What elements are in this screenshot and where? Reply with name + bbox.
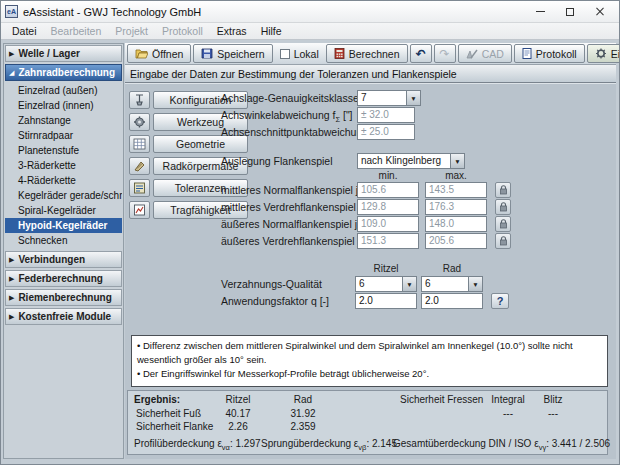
- sidebar-item-hypoid-kegelraeder[interactable]: Hypoid-Kegelräder: [5, 218, 122, 233]
- redo-button: ↷: [434, 44, 456, 63]
- auslegung-label: Auslegung Flankenspiel: [221, 155, 333, 167]
- lokal-label: Lokal: [294, 48, 319, 60]
- sidebar-group-zahnradberechnung[interactable]: ◢ Zahnradberechnung: [5, 64, 122, 81]
- collapsed-triangle-icon: ▶: [9, 313, 14, 321]
- sidebar-item-3-raederkette[interactable]: 3-Räderkette: [5, 158, 122, 173]
- sidebar-item-einzelrad-aussen[interactable]: Einzelrad (außen): [5, 83, 122, 98]
- menu-extras[interactable]: Extras: [210, 24, 254, 38]
- save-button[interactable]: Speichern: [193, 44, 272, 63]
- sprunguberdeckung-value: Sprungüberdeckung εvβ: 2.145: [261, 438, 397, 452]
- results-fressen-header: Sicherheit Fressen: [400, 394, 483, 405]
- sidebar-group-kostenfreie-module[interactable]: ▶ Kostenfreie Module: [5, 308, 122, 325]
- sidebar-group-riemenberechnung[interactable]: ▶ Riemenberechnung: [5, 289, 122, 306]
- konfiguration-icon[interactable]: [129, 91, 150, 109]
- content-panel: Eingabe der Daten zur Bestimmung der Tol…: [125, 65, 616, 459]
- undo-button[interactable]: ↶: [410, 44, 432, 63]
- radkoerpermasse-icon[interactable]: [129, 157, 150, 175]
- lock-icon: [499, 236, 508, 246]
- tragfaehigkeit-icon[interactable]: [129, 201, 150, 219]
- open-button[interactable]: Öffnen: [127, 44, 191, 63]
- sidebar-item-planetenstufe[interactable]: Planetenstufe: [5, 143, 122, 158]
- undo-icon: ↶: [416, 48, 426, 60]
- fuss-rad-value: 31.92: [273, 408, 333, 419]
- sidebar-item-stirnradpaar[interactable]: Stirnradpaar: [5, 128, 122, 143]
- toolbar: Öffnen Speichern Lokal Berechnen ↶: [125, 43, 616, 65]
- sidebar-group-verbindungen[interactable]: ▶ Verbindungen: [5, 251, 122, 268]
- menu-projekt: Projekt: [108, 24, 155, 38]
- sidebar-item-4-raederkette[interactable]: 4-Räderkette: [5, 173, 122, 188]
- jmn-min-field: 105.6: [357, 182, 419, 198]
- auslegung-value: nach Klingelnberg: [358, 154, 450, 168]
- results-ritzel-header: Ritzel: [208, 394, 268, 405]
- save-label: Speichern: [217, 48, 264, 60]
- anwendung-ritzel-field[interactable]: 2.0: [355, 293, 417, 309]
- protocol-document-icon: [522, 48, 532, 59]
- menu-hilfe[interactable]: Hilfe: [254, 24, 289, 38]
- jmt-max-field: 176.3: [425, 199, 487, 215]
- collapsed-triangle-icon: ▶: [9, 275, 14, 283]
- close-icon: [595, 7, 605, 17]
- expanded-triangle-icon: ◢: [9, 69, 14, 77]
- flanke-label: Sicherheit Flanke: [136, 421, 213, 432]
- sidebar-group-label: Verbindungen: [18, 254, 85, 265]
- menu-bearbeiten: Bearbeiten: [44, 24, 109, 38]
- menu-protokoll: Protokoll: [155, 24, 210, 38]
- sidebar-group-federberechnung[interactable]: ▶ Federberechnung: [5, 270, 122, 287]
- lock-icon: [499, 202, 508, 212]
- jet-min-field: 151.3: [357, 233, 419, 249]
- sidebar-item-einzelrad-innen[interactable]: Einzelrad (innen): [5, 98, 122, 113]
- sidebar-item-zahnstange[interactable]: Zahnstange: [5, 113, 122, 128]
- lokal-checkbox-wrap[interactable]: Lokal: [275, 44, 324, 63]
- sidebar-item-spiral-kegelraeder[interactable]: Spiral-Kegelräder: [5, 203, 122, 218]
- jet-lock-button[interactable]: [495, 233, 511, 249]
- einstellungen-button[interactable]: Einstellungen: [587, 44, 620, 63]
- jmt-lock-button[interactable]: [495, 199, 511, 215]
- werkzeug-gear-icon[interactable]: [129, 113, 150, 131]
- jet-max-field: 205.6: [425, 233, 487, 249]
- sidebar-group-label: Riemenberechnung: [18, 292, 111, 303]
- anwendung-rad-field[interactable]: 2.0: [421, 293, 483, 309]
- qualitaet-rad-value: 6: [422, 277, 468, 291]
- gesamtuberdeckung-value: Gesamtüberdeckung DIN / ISO εvγ: 3.441 /…: [393, 438, 610, 452]
- title-bar: eA eAssistant - GWJ Technology GmbH: [1, 1, 619, 23]
- jmn-max-field: 143.5: [425, 182, 487, 198]
- toleranzen-icon[interactable]: [129, 179, 150, 197]
- geometrie-grid-icon[interactable]: [129, 135, 150, 153]
- sidebar-item-kegelraeder[interactable]: Kegelräder gerade/schräg: [5, 188, 122, 203]
- protokoll-button[interactable]: Protokoll: [514, 44, 585, 63]
- achslage-label: Achslage-Genauigkeitsklasse: [221, 92, 359, 104]
- einstellungen-label: Einstellungen: [611, 48, 620, 60]
- hint-panel: • Differenz zwischen dem mittleren Spira…: [131, 335, 608, 387]
- ritzel-column-header: Ritzel: [355, 263, 417, 274]
- collapsed-triangle-icon: ▶: [9, 50, 14, 58]
- max-column-header: max.: [425, 170, 487, 181]
- sidebar-item-schnecken[interactable]: Schnecken: [5, 233, 122, 248]
- jen-min-field: 109.0: [357, 216, 419, 232]
- min-column-header: min.: [357, 170, 419, 181]
- qualitaet-ritzel-dropdown[interactable]: 6 ▼: [355, 276, 417, 292]
- achslage-dropdown[interactable]: 7 ▼: [357, 90, 421, 106]
- content-header: Eingabe der Daten zur Bestimmung der Tol…: [125, 65, 616, 83]
- settings-wrench-icon: [595, 48, 607, 59]
- maximize-button[interactable]: [555, 1, 585, 22]
- anwendung-help-button[interactable]: ?: [491, 293, 509, 309]
- jmn-lock-button[interactable]: [495, 182, 511, 198]
- redo-icon: ↷: [440, 48, 450, 60]
- qualitaet-rad-dropdown[interactable]: 6 ▼: [421, 276, 483, 292]
- lokal-checkbox[interactable]: [280, 49, 290, 59]
- results-rad-header: Rad: [273, 394, 333, 405]
- jen-lock-button[interactable]: [495, 216, 511, 232]
- close-button[interactable]: [585, 1, 615, 22]
- qualitaet-label: Verzahnungs-Qualität: [221, 278, 322, 290]
- cad-button: CAD: [458, 44, 512, 63]
- chevron-down-icon: ▼: [468, 277, 482, 291]
- app-icon: eA: [5, 5, 18, 18]
- sidebar-group-welle-lager[interactable]: ▶ Welle / Lager: [5, 45, 122, 62]
- minimize-button[interactable]: [525, 1, 555, 22]
- menu-datei[interactable]: Datei: [5, 24, 44, 38]
- anwendung-label: Anwendungsfaktor q [-]: [221, 295, 329, 307]
- fressen-blitz-value: ---: [533, 408, 573, 419]
- qualitaet-ritzel-value: 6: [356, 277, 402, 291]
- auslegung-dropdown[interactable]: nach Klingelnberg ▼: [357, 153, 465, 169]
- berechnen-button[interactable]: Berechnen: [326, 44, 408, 63]
